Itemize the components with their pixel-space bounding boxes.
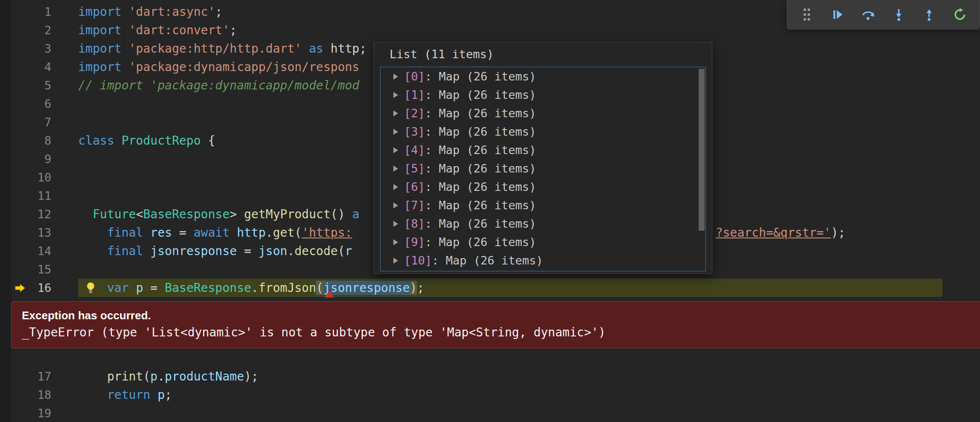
gutter-glyph-margin[interactable] bbox=[0, 242, 30, 260]
step-out-icon bbox=[922, 7, 936, 22]
expand-twisty-icon[interactable] bbox=[393, 258, 398, 264]
variable-value: : Map (26 items) bbox=[425, 162, 536, 175]
expand-twisty-icon[interactable] bbox=[393, 110, 398, 116]
code-token bbox=[114, 134, 121, 148]
line-number: 7 bbox=[30, 113, 51, 131]
code-token bbox=[121, 5, 129, 19]
expand-twisty-icon[interactable] bbox=[393, 147, 398, 153]
expand-twisty-icon[interactable] bbox=[393, 184, 398, 190]
expand-twisty-icon[interactable] bbox=[393, 221, 398, 227]
code-token: http bbox=[237, 226, 266, 240]
expand-twisty-icon[interactable] bbox=[393, 92, 398, 98]
scrollbar-thumb[interactable] bbox=[699, 69, 705, 231]
debug-toolbar[interactable] bbox=[787, 0, 980, 30]
variable-index: [3] bbox=[404, 125, 425, 138]
current-frame-arrow-icon[interactable] bbox=[0, 279, 30, 297]
code-content[interactable] bbox=[78, 404, 942, 422]
code-token bbox=[121, 42, 129, 56]
variable-item[interactable]: [2]: Map (26 items) bbox=[381, 104, 705, 122]
code-token bbox=[129, 281, 136, 295]
code-line[interactable]: 19 bbox=[0, 404, 980, 422]
step-into-button[interactable] bbox=[889, 3, 908, 26]
line-number: 9 bbox=[30, 150, 51, 168]
continue-button[interactable] bbox=[828, 3, 847, 26]
variable-item[interactable]: [6]: Map (26 items) bbox=[381, 178, 705, 196]
variable-index: [1] bbox=[404, 88, 425, 101]
code-token bbox=[230, 226, 237, 240]
expand-twisty-icon[interactable] bbox=[393, 74, 398, 80]
line-number: 8 bbox=[30, 131, 51, 150]
variable-item[interactable]: [7]: Map (26 items) bbox=[381, 196, 705, 214]
code-token: ( bbox=[338, 244, 345, 258]
code-token: fromJson bbox=[258, 281, 316, 295]
gutter-spacer bbox=[51, 21, 78, 39]
variable-item[interactable]: [8]: Map (26 items) bbox=[381, 214, 705, 233]
variable-item[interactable]: [3]: Map (26 items) bbox=[381, 122, 705, 141]
code-content[interactable]: var p = BaseResponse.fromJson(jsonrespon… bbox=[78, 279, 942, 297]
variable-item[interactable]: [10]: Map (26 items) bbox=[381, 251, 705, 270]
restart-button[interactable] bbox=[950, 3, 969, 26]
drag-handle[interactable] bbox=[797, 3, 816, 26]
code-token: ?search=&qrstr=' bbox=[716, 226, 831, 240]
code-line[interactable]: 16 var p = BaseResponse.fromJson(jsonres… bbox=[0, 279, 980, 297]
code-line[interactable]: 17 print(p.productName); bbox=[0, 367, 980, 386]
code-token: ); bbox=[831, 226, 845, 240]
code-content[interactable]: print(p.productName); bbox=[78, 367, 942, 386]
gutter-glyph-margin[interactable] bbox=[0, 404, 30, 422]
code-line[interactable]: 18 return p; bbox=[0, 386, 980, 404]
variable-item[interactable]: [1]: Map (26 items) bbox=[381, 86, 705, 104]
code-token: Future bbox=[93, 207, 136, 221]
gutter-spacer bbox=[51, 76, 78, 95]
code-token: a bbox=[352, 207, 360, 221]
variable-index: [10] bbox=[404, 254, 432, 267]
code-token bbox=[78, 369, 107, 383]
lightbulb-icon[interactable] bbox=[84, 282, 97, 294]
code-token: import bbox=[78, 42, 121, 56]
code-token: { bbox=[201, 134, 215, 148]
gutter-spacer bbox=[51, 58, 78, 76]
variable-item[interactable]: [9]: Map (26 items) bbox=[381, 233, 705, 251]
gutter-glyph-margin[interactable] bbox=[0, 223, 30, 242]
gutter-glyph-margin[interactable] bbox=[0, 39, 30, 58]
code-token: final bbox=[107, 226, 143, 240]
variable-item[interactable]: [0]: Map (26 items) bbox=[381, 67, 705, 86]
gutter-glyph-margin[interactable] bbox=[0, 113, 30, 131]
gutter-glyph-margin[interactable] bbox=[0, 21, 30, 39]
gutter-glyph-margin[interactable] bbox=[0, 168, 30, 187]
expand-twisty-icon[interactable] bbox=[393, 166, 398, 172]
code-token: p bbox=[151, 369, 158, 383]
step-over-button[interactable] bbox=[859, 3, 877, 26]
gutter-glyph-margin[interactable] bbox=[0, 386, 30, 404]
expand-twisty-icon[interactable] bbox=[393, 129, 398, 135]
line-number: 18 bbox=[30, 386, 51, 404]
gutter-glyph-margin[interactable] bbox=[0, 58, 30, 76]
code-content[interactable]: return p; bbox=[78, 386, 942, 404]
expand-twisty-icon[interactable] bbox=[393, 239, 398, 245]
gutter-glyph-margin[interactable] bbox=[0, 95, 30, 113]
gutter-glyph-margin[interactable] bbox=[0, 367, 30, 386]
line-number: 6 bbox=[30, 95, 51, 113]
gutter-glyph-margin[interactable] bbox=[0, 260, 30, 279]
code-token: // import 'package:dynamicapp/model/mod bbox=[78, 78, 359, 92]
exception-message: _TypeError (type 'List<dynamic>' is not … bbox=[22, 325, 970, 340]
popup-value-summary[interactable]: List (11 items) bbox=[374, 43, 712, 66]
gutter-glyph-margin[interactable] bbox=[0, 187, 30, 205]
gutter-spacer bbox=[51, 39, 78, 58]
gutter-spacer bbox=[51, 367, 78, 386]
gutter-glyph-margin[interactable] bbox=[0, 76, 30, 95]
variable-item[interactable]: [4]: Map (26 items) bbox=[381, 141, 705, 159]
gutter-glyph-margin[interactable] bbox=[0, 205, 30, 223]
expand-twisty-icon[interactable] bbox=[393, 202, 398, 208]
line-number: 3 bbox=[30, 39, 51, 58]
line-number: 4 bbox=[30, 58, 51, 76]
step-out-button[interactable] bbox=[920, 3, 939, 26]
gutter-glyph-margin[interactable] bbox=[0, 131, 30, 150]
variable-value: : Map (26 items) bbox=[425, 180, 536, 193]
variable-item[interactable]: [5]: Map (26 items) bbox=[381, 159, 705, 178]
gutter-glyph-margin[interactable] bbox=[0, 150, 30, 168]
code-token: getMyProduct bbox=[244, 207, 331, 221]
gutter-glyph-margin[interactable] bbox=[0, 3, 30, 21]
code-token: BaseResponse bbox=[143, 207, 230, 221]
variable-value: : Map (26 items) bbox=[425, 199, 536, 212]
code-token: . bbox=[266, 226, 273, 240]
